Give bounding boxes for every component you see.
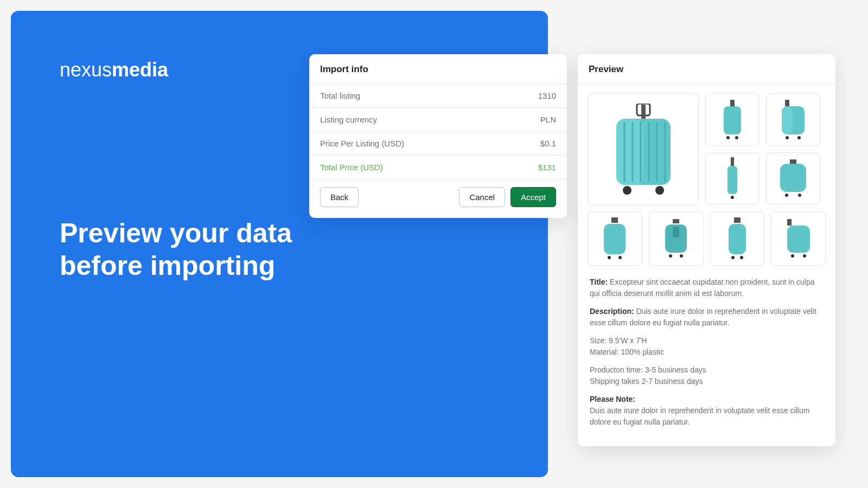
row-listing-currency: Listing currency PLN [309, 108, 567, 132]
svg-point-44 [803, 254, 806, 258]
production-text: Producton time: 3-5 business days [590, 364, 824, 376]
suitcase-icon [724, 157, 741, 200]
svg-rect-3 [616, 119, 643, 185]
svg-rect-41 [787, 219, 792, 226]
product-thumbnail[interactable] [649, 211, 704, 266]
note-label: Please Note: [590, 395, 635, 403]
svg-rect-21 [731, 157, 734, 166]
suitcase-icon [778, 159, 808, 197]
svg-point-19 [786, 136, 789, 139]
description-label: Description: [590, 307, 634, 316]
svg-rect-13 [724, 106, 741, 134]
product-thumbnail[interactable] [705, 94, 760, 146]
hero-headline: Preview your data before importing [60, 217, 499, 282]
svg-point-11 [655, 186, 664, 195]
svg-point-26 [785, 194, 788, 197]
product-gallery-row [578, 205, 835, 266]
product-thumbnail[interactable] [588, 211, 642, 266]
svg-point-40 [740, 256, 743, 259]
svg-point-14 [726, 136, 730, 139]
product-image-main[interactable] [588, 94, 699, 205]
row-label: Price Per Listing (USD) [320, 139, 404, 148]
preview-card: Preview [578, 54, 835, 446]
svg-rect-22 [727, 166, 737, 194]
row-value: 1310 [538, 91, 556, 100]
svg-point-20 [797, 136, 801, 139]
svg-rect-18 [782, 106, 793, 134]
row-value: $0.1 [540, 139, 556, 148]
svg-point-36 [680, 254, 683, 258]
suitcase-icon [785, 219, 812, 258]
svg-point-39 [731, 256, 735, 259]
svg-point-27 [798, 194, 801, 197]
row-value: PLN [540, 115, 556, 124]
svg-rect-28 [611, 217, 618, 223]
svg-rect-1 [641, 105, 646, 119]
product-thumbnail[interactable] [705, 152, 760, 204]
svg-rect-34 [673, 227, 679, 237]
suitcase-icon [726, 217, 748, 260]
suitcase-icon [780, 100, 807, 140]
product-description: Title: Excepteur sint occaecat cupidatat… [578, 266, 835, 428]
suitcase-icon [611, 104, 676, 196]
svg-rect-12 [730, 100, 735, 106]
product-thumbnail[interactable] [771, 211, 826, 266]
shipping-text: Shipping takes 2-7 business days [590, 376, 824, 387]
suitcase-icon [663, 219, 689, 258]
import-info-title: Import info [309, 54, 567, 84]
product-thumbnail[interactable] [766, 94, 820, 146]
svg-rect-24 [790, 159, 796, 164]
title-text: Excepteur sint occaecat cupidatat non pr… [590, 278, 815, 298]
row-price-per-listing: Price Per Listing (USD) $0.1 [309, 132, 567, 156]
svg-point-30 [608, 256, 611, 259]
row-value: $131 [538, 163, 556, 172]
svg-rect-37 [734, 217, 741, 223]
svg-rect-42 [787, 226, 810, 253]
row-total-listing: Total listing 1310 [309, 84, 567, 108]
svg-point-23 [731, 196, 734, 199]
svg-point-10 [623, 186, 631, 195]
note-text: Duis aute irure dolor in reprehenderit i… [590, 405, 824, 428]
svg-point-15 [735, 136, 738, 139]
row-label: Total Price (USD) [320, 163, 383, 172]
row-label: Total listing [320, 91, 360, 100]
product-gallery [578, 84, 835, 205]
suitcase-icon [602, 217, 628, 260]
accept-button[interactable]: Accept [510, 187, 556, 207]
title-label: Title: [590, 278, 608, 286]
suitcase-icon [722, 100, 743, 140]
product-thumbnail[interactable] [766, 152, 820, 204]
preview-title: Preview [578, 54, 835, 84]
import-info-card: Import info Total listing 1310 Listing c… [309, 54, 567, 218]
size-text: Size: 9.5'W x 7'H [590, 335, 824, 346]
row-label: Listing currency [320, 115, 377, 124]
svg-point-31 [618, 256, 622, 259]
svg-point-35 [669, 254, 672, 258]
svg-rect-38 [729, 224, 746, 254]
product-thumbnail[interactable] [710, 211, 765, 266]
svg-rect-32 [673, 219, 679, 223]
svg-rect-16 [785, 100, 789, 106]
cancel-button[interactable]: Cancel [459, 187, 505, 207]
svg-rect-25 [780, 164, 806, 192]
row-total-price: Total Price (USD) $131 [309, 156, 567, 179]
material-text: Material: 100% plastic [590, 346, 824, 358]
import-actions: Back Cancel Accept [309, 179, 567, 218]
svg-rect-29 [604, 224, 626, 254]
back-button[interactable]: Back [320, 187, 359, 207]
svg-point-43 [791, 254, 794, 258]
